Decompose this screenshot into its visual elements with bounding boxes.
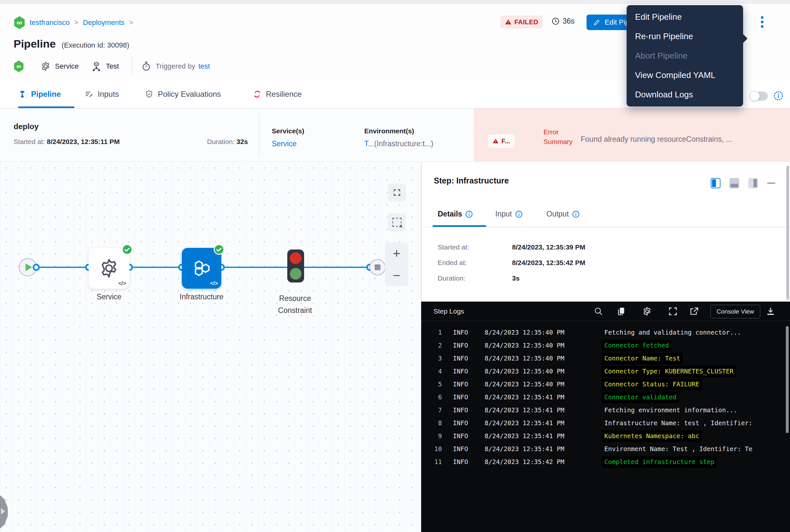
settings-icon[interactable] [642,306,652,317]
services-header: Service(s) [272,127,304,135]
success-check-icon [213,244,225,255]
tab-resilience-label: Resilience [266,90,302,99]
error-summary-message: Found already running resourceConstrains… [581,135,781,144]
title-row: Pipeline (Execution Id: 30098) [14,38,129,50]
traffic-light-red [290,252,302,264]
detail-label: Duration: [438,274,510,282]
zoom-out-button[interactable]: − [385,264,408,286]
stage-name[interactable]: deploy [14,122,38,131]
duration-value: 32s [236,138,248,145]
pipeline-actions-menu: Edit Pipeline Re-run Pipeline Abort Pipe… [627,5,743,107]
menu-item-view-compiled-yaml[interactable]: View Compiled YAML [627,65,743,85]
node-service[interactable]: </> [89,248,129,289]
node-resource-constraint[interactable] [287,249,304,283]
marquee-icon [392,218,402,227]
active-tab-underline [432,225,486,227]
tab-input[interactable]: Input [495,210,523,218]
detail-value: 8/24/2023, 12:35:39 PM [512,243,585,251]
service-name-label[interactable]: Service [55,62,79,71]
step-logs-panel: Step Logs Console View 1INFO8/24/2023 12… [421,302,790,532]
layout-left-panel-icon[interactable] [711,178,720,188]
info-icon [572,210,580,218]
node-infrastructure[interactable]: </> [182,248,221,289]
view-toggle-switch[interactable] [750,92,768,101]
log-message: Completed infrastructure step [602,456,717,468]
service-link[interactable]: Service [272,139,297,148]
log-message: Environment Name: Test , Identifier: Te [604,445,752,453]
pipeline-graph-canvas[interactable]: </> </> Service Infrastructure Resource … [0,162,421,532]
scrollbar[interactable] [787,166,789,300]
shield-check-icon [145,90,153,98]
infrastructure-name[interactable]: t... [423,139,431,148]
detail-value: 8/24/2023, 12:35:42 PM [512,259,585,266]
log-line: 9INFO8/24/2023 12:35:41 PMKubernetes Nam… [421,430,790,443]
tab-pipeline-label: Pipeline [31,90,61,99]
log-message: Connector Type: KUBERNETES_CLUSTER [602,366,736,377]
tab-policy-evaluations-label: Policy Evaluations [158,90,221,99]
breadcrumb-deployments-link[interactable]: Deployments [83,18,124,27]
tab-pipeline[interactable]: Pipeline [18,80,61,108]
log-line: 6INFO8/24/2023 12:35:41 PMConnector vali… [421,391,790,404]
log-line: 3INFO8/24/2023 12:35:40 PMConnector Name… [421,352,790,365]
log-line: 7INFO8/24/2023 12:35:41 PMFetching envir… [421,404,790,417]
tab-output-label: Output [546,210,569,218]
info-icon[interactable] [773,91,784,101]
console-view-button[interactable]: Console View [710,305,760,319]
traffic-light-green [290,268,302,280]
log-message: Kubernetes Namespace: abc [602,431,702,442]
node-label-infrastructure: Infrastructure [175,292,228,301]
open-in-new-icon[interactable] [689,306,699,317]
info-icon [515,210,523,218]
environment-name-label[interactable]: Test [106,62,119,71]
log-lines[interactable]: 1INFO8/24/2023 12:35:40 PMFetching and v… [421,326,790,469]
pipeline-meta-row: ∞ Service Test Triggered by test [14,59,210,74]
edge-port [33,264,40,271]
tab-details[interactable]: Details [438,210,473,218]
log-line: 5INFO8/24/2023 12:35:40 PMConnector Stat… [421,378,790,391]
more-options-button[interactable] [761,16,764,29]
detail-row-duration: Duration: 3s [438,274,520,282]
menu-item-edit-pipeline[interactable]: Edit Pipeline [627,7,743,26]
info-icon [465,210,473,218]
layout-bottom-panel-icon[interactable] [730,178,739,188]
divider [132,57,132,75]
breadcrumb-project-link[interactable]: testfrancisco [30,18,70,27]
fullscreen-icon [393,188,401,197]
tab-inputs[interactable]: Inputs [85,80,119,108]
trigger-user-link[interactable]: test [198,62,210,71]
search-icon[interactable] [593,306,604,317]
tab-resilience[interactable]: Resilience [253,80,302,108]
download-icon[interactable] [766,306,776,317]
menu-item-rerun-pipeline[interactable]: Re-run Pipeline [627,26,743,46]
expand-icon[interactable] [668,306,678,317]
panel-expand-handle[interactable] [0,495,8,529]
minimize-panel-button[interactable] [767,183,775,184]
log-line: 4INFO8/24/2023 12:35:40 PMConnector Type… [421,365,790,378]
canvas-fullscreen-button[interactable] [388,184,406,202]
infrastructure-prefix: (Infrastructure: [374,139,423,148]
harness-cd-icon: ∞ [14,16,25,29]
menu-item-download-logs[interactable]: Download Logs [627,85,743,104]
error-summary-label: Error Summary [543,127,581,147]
tab-policy-evaluations[interactable]: Policy Evaluations [145,80,221,108]
tab-input-label: Input [495,210,512,218]
step-panel-title: Step: Infrastructure [434,176,509,186]
chaos-icon [253,90,262,98]
error-status-chip: F... [488,134,515,148]
environment-name[interactable]: T... [364,139,374,148]
environment-icon [91,61,102,72]
page-title: Pipeline [14,38,56,50]
log-message: Infrastructure Name: test , Identifier: [604,419,752,427]
detail-row-ended: Ended at: 8/24/2023, 12:35:42 PM [438,259,585,267]
tab-output[interactable]: Output [546,210,580,218]
scrollbar[interactable] [786,326,789,433]
detail-label: Started at: [438,243,510,251]
log-message: Fetching environment information... [604,406,737,414]
copy-icon[interactable] [616,306,626,317]
infrastructure-hexagons-icon [191,258,212,279]
zoom-in-button[interactable]: + [385,242,408,264]
code-glyph: </> [118,280,126,287]
environment-link[interactable]: T...(Infrastructure:t...) [364,139,433,148]
layout-right-panel-icon[interactable] [748,178,758,188]
canvas-select-button[interactable] [388,213,406,231]
